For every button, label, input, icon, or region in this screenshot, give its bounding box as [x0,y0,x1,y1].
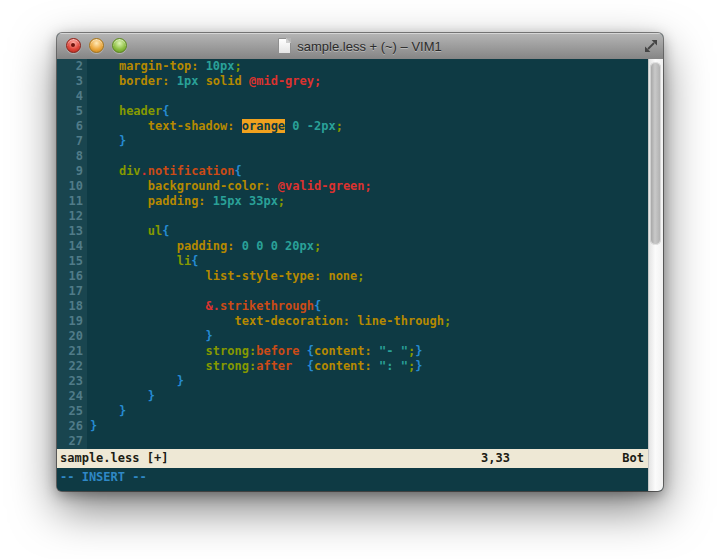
window-titlebar[interactable]: sample.less + (~) – VIM1 [57,33,663,60]
code-line[interactable]: 22 strong:after {content: ": ";} [57,359,649,374]
code-line[interactable]: 4 [57,89,649,104]
code-token [90,359,206,373]
code-token [90,164,119,178]
line-number: 14 [57,239,83,254]
code-token: @valid-green [278,179,365,193]
code-token: ; [357,269,364,283]
code-line[interactable]: 13 ul{ [57,224,649,239]
code-line[interactable]: 7 } [57,134,649,149]
code-text [83,209,90,224]
code-token [235,239,242,253]
code-text [83,284,90,299]
code-text: padding: 15px 33px; [83,194,285,209]
line-number: 23 [57,374,83,389]
code-line[interactable]: 5 header{ [57,104,649,119]
line-number: 4 [57,89,83,104]
code-token: div [119,164,141,178]
code-token [90,194,148,208]
code-token: 10px [206,59,235,73]
line-number: 10 [57,179,83,194]
code-line[interactable]: 3 border: 1px solid @mid-grey; [57,74,649,89]
code-line[interactable]: 8 [57,149,649,164]
code-line[interactable]: 26} [57,419,649,434]
code-text [83,149,90,164]
line-number: 26 [57,419,83,434]
code-line[interactable]: 24 } [57,389,649,404]
fullscreen-expand-icon[interactable] [644,39,658,53]
code-token: background-color: [148,179,271,193]
code-token: border: [119,74,170,88]
search-highlight: orange [242,119,285,133]
code-token: { [314,299,321,313]
code-token: } [90,419,97,433]
code-line[interactable]: 27 [57,434,649,449]
code-token [242,74,249,88]
code-line[interactable]: 23 } [57,374,649,389]
code-line[interactable]: 11 padding: 15px 33px; [57,194,649,209]
code-text: } [83,134,126,149]
code-line[interactable]: 2 margin-top: 10px; [57,59,649,74]
code-token: ; [444,314,451,328]
code-token: ; [314,239,321,253]
code-text: ul{ [83,224,169,239]
code-line[interactable]: 25 } [57,404,649,419]
code-token [90,344,206,358]
code-lines: 2 margin-top: 10px;3 border: 1px solid @… [57,59,649,449]
code-token: } [119,404,126,418]
code-line[interactable]: 18 &.strikethrough{ [57,299,649,314]
vim-statusline: sample.less [+] 3,33 Bot [57,449,649,468]
code-line[interactable]: 16 list-style-type: none; [57,269,649,284]
code-line[interactable]: 12 [57,209,649,224]
code-token: { [162,104,169,118]
line-number: 18 [57,299,83,314]
code-text: list-style-type: none; [83,269,365,284]
code-token: ul [148,224,162,238]
code-token [90,329,206,343]
code-line[interactable]: 17 [57,284,649,299]
code-line[interactable]: 14 padding: 0 0 0 20px; [57,239,649,254]
code-token: notification [148,164,235,178]
code-line[interactable]: 15 li{ [57,254,649,269]
editor-area[interactable]: 2 margin-top: 10px;3 border: 1px solid @… [57,59,649,449]
code-token [90,119,148,133]
code-token: } [415,359,422,373]
code-token [372,344,379,358]
code-text: } [83,329,213,344]
code-token: { [235,164,242,178]
code-token [198,74,205,88]
code-token [372,359,379,373]
code-line[interactable]: 21 strong:before {content: "- ";} [57,344,649,359]
code-token: ; [336,119,343,133]
code-text: li{ [83,254,198,269]
scrollbar-thumb[interactable] [650,62,661,245]
code-token: strikethrough [220,299,314,313]
code-line[interactable]: 20 } [57,329,649,344]
code-token: { [307,359,314,373]
code-line[interactable]: 6 text-shadow: orange 0 -2px; [57,119,649,134]
code-text: strong:before {content: "- ";} [83,344,422,359]
code-token: & [206,299,213,313]
vim-command-line: -- INSERT -- [57,468,649,491]
code-token: line-through [357,314,444,328]
code-token: @mid-grey [249,74,314,88]
statusline-position: Bot [622,449,644,468]
code-token: strong [206,344,249,358]
code-line[interactable]: 10 background-color: @valid-green; [57,179,649,194]
code-token: ; [314,74,321,88]
statusline-ruler: 3,33 [481,449,510,468]
code-token: ; [365,179,372,193]
code-token: "- " [379,344,408,358]
line-number: 20 [57,329,83,344]
code-text: } [83,404,126,419]
code-token: ; [278,194,285,208]
code-token: padding: [148,194,206,208]
code-token: strong [206,359,249,373]
code-token [169,74,176,88]
code-text: text-decoration: line-through; [83,314,451,329]
code-line[interactable]: 19 text-decoration: line-through; [57,314,649,329]
code-token [90,254,177,268]
code-line[interactable]: 9 div.notification{ [57,164,649,179]
scrollbar[interactable] [648,59,663,491]
code-text: border: 1px solid @mid-grey; [83,74,321,89]
line-number: 11 [57,194,83,209]
